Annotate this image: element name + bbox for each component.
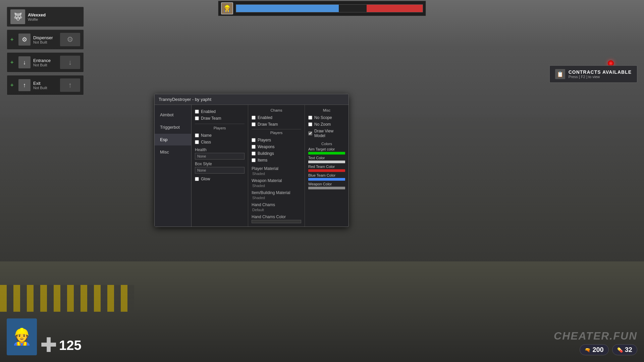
esp-draw-team-row: Draw Team [195, 115, 245, 122]
nav-sidebar: Aimbot Triggerbot Esp Misc [155, 105, 192, 227]
left-panel: 🐺 AVexxed Wolfie + ⚙ Dispenser Not Built… [7, 7, 84, 95]
chams-column: Chams Enabled Draw Team Players Players … [248, 105, 305, 227]
entrance-status: Not Built [33, 63, 57, 67]
esp-name-label: Name [201, 133, 212, 138]
hud-bottom-left: 👷 ✚ 125 [7, 318, 82, 355]
building-card-entrance: + ↓ Entrance Not Built ↓ [7, 52, 84, 72]
misc-no-zoom-checkbox[interactable] [308, 122, 312, 126]
dispenser-status: Not Built [33, 40, 57, 44]
dispenser-info: Dispenser Not Built [33, 35, 57, 44]
esp-box-style-dropdown[interactable]: None [195, 167, 245, 174]
ammo-secondary-pill: 💊 32 [612, 344, 637, 355]
esp-draw-team-checkbox[interactable] [195, 116, 199, 120]
misc-draw-view-model-checkbox[interactable] [308, 131, 312, 135]
cheat-menu-body: Aimbot Triggerbot Esp Misc Enabled Draw … [155, 105, 348, 227]
esp-glow-label: Glow [201, 177, 210, 181]
building-card-dispenser: + ⚙ Dispenser Not Built ⚙ [7, 29, 84, 50]
esp-players-label: Players [195, 126, 245, 130]
dispenser-icon: ⚙ [18, 34, 31, 46]
chams-player-material-label: Player Material [252, 166, 301, 171]
health-number: 125 [59, 338, 82, 353]
red-team-color-row: Red Team Color [308, 165, 345, 172]
red-team-color-bar[interactable] [308, 169, 345, 172]
esp-class-label: Class [201, 140, 211, 144]
cheater-fun-logo: CHEATER.FUN [554, 330, 637, 342]
dispenser-thumb: ⚙ [60, 33, 80, 46]
chams-item-building-label: Item/Building Material [252, 190, 301, 195]
hud-player-avatar: 👷 [221, 2, 233, 14]
esp-box-style-value: None [197, 168, 206, 172]
esp-glow-checkbox[interactable] [195, 177, 199, 181]
chams-hand-chams-label: Hand Chams [252, 202, 301, 207]
chams-weapon-material-value: Shaded [252, 184, 301, 188]
entrance-icon: ↓ [18, 56, 31, 68]
esp-box-style-label: Box Style [195, 162, 245, 166]
nav-misc[interactable]: Misc [155, 146, 191, 158]
exit-name: Exit [33, 81, 57, 86]
esp-name-checkbox[interactable] [195, 133, 199, 137]
misc-draw-view-model-row: Draw View Model [308, 128, 345, 139]
chams-players-checkbox[interactable] [252, 138, 256, 142]
weapon-color-label: Weapon Color [308, 182, 345, 186]
exit-info: Exit Not Built [33, 81, 57, 90]
blue-team-color-bar[interactable] [308, 178, 345, 181]
esp-class-checkbox[interactable] [195, 140, 199, 144]
blue-team-color-row: Blue Team Color [308, 173, 345, 181]
aim-target-color-bar[interactable] [308, 152, 345, 155]
player-sub: Wolfie [28, 17, 80, 21]
chams-draw-team-label: Draw Team [258, 122, 278, 127]
ammo-primary-icon: 🔫 [585, 347, 590, 353]
dispenser-plus[interactable]: + [10, 37, 16, 43]
esp-draw-team-label: Draw Team [201, 116, 221, 121]
misc-no-scope-label: No Scope [314, 115, 332, 120]
chams-item-building-value: Shaded [252, 196, 301, 200]
chams-draw-team-checkbox[interactable] [252, 122, 256, 126]
nav-esp[interactable]: Esp [155, 134, 191, 145]
ammo-secondary-count: 32 [625, 346, 632, 354]
chams-buildings-checkbox[interactable] [252, 152, 256, 156]
chams-buildings-label: Buildings [258, 151, 274, 156]
nav-aimbot[interactable]: Aimbot [155, 109, 191, 121]
text-color-label: Text Color [308, 156, 345, 160]
aim-target-color-row: Aim Target color [308, 147, 345, 155]
esp-enabled-checkbox[interactable] [195, 110, 199, 114]
text-color-row: Text Color [308, 156, 345, 163]
esp-health-label: Health [195, 147, 245, 152]
chams-weapons-checkbox[interactable] [252, 145, 256, 149]
exit-plus[interactable]: + [10, 82, 16, 88]
entrance-name: Entrance [33, 58, 57, 63]
contracts-title: CONTRACTS AVAILABLE [569, 69, 632, 75]
esp-health-dropdown[interactable]: None [195, 153, 245, 160]
hud-center-panel: 👷 [218, 1, 426, 16]
ammo-primary-pill: 🔫 200 [580, 344, 608, 355]
chams-buildings-row: Buildings [252, 150, 301, 157]
contracts-text-block: CONTRACTS AVAILABLE Press [ F2 ] to view [569, 69, 632, 79]
chams-hand-chams-value: Default [252, 208, 301, 212]
player-name: AVexxed [28, 12, 80, 17]
contracts-sub: Press [ F2 ] to view [569, 75, 632, 79]
aim-target-color-label: Aim Target color [308, 147, 345, 151]
entrance-info: Entrance Not Built [33, 58, 57, 67]
chams-items-checkbox[interactable] [252, 158, 256, 162]
floor-stripes [0, 285, 134, 312]
floor-area [0, 261, 644, 362]
esp-glow-row: Glow [195, 176, 245, 182]
chams-players-label: Players [258, 138, 271, 142]
nav-triggerbot[interactable]: Triggerbot [155, 121, 191, 133]
entrance-thumb: ↓ [60, 56, 80, 69]
misc-no-scope-row: No Scope [308, 114, 345, 121]
hud-top: 👷 [0, 0, 644, 17]
building-card-exit: + ↑ Exit Not Built ↑ [7, 75, 84, 95]
esp-column: Enabled Draw Team Players Name Class Hea… [192, 105, 248, 227]
entrance-plus[interactable]: + [10, 59, 16, 65]
esp-name-row: Name [195, 132, 245, 139]
weapon-color-bar[interactable] [308, 187, 345, 189]
misc-no-scope-checkbox[interactable] [308, 116, 312, 120]
text-color-bar[interactable] [308, 161, 345, 163]
chams-enabled-checkbox[interactable] [252, 116, 256, 120]
esp-class-row: Class [195, 139, 245, 145]
player-card: 🐺 AVexxed Wolfie [7, 7, 84, 27]
chams-players-row: Players [252, 137, 301, 143]
ammo-row: 🔫 200 💊 32 [580, 344, 637, 355]
chams-draw-team-row: Draw Team [252, 121, 301, 128]
